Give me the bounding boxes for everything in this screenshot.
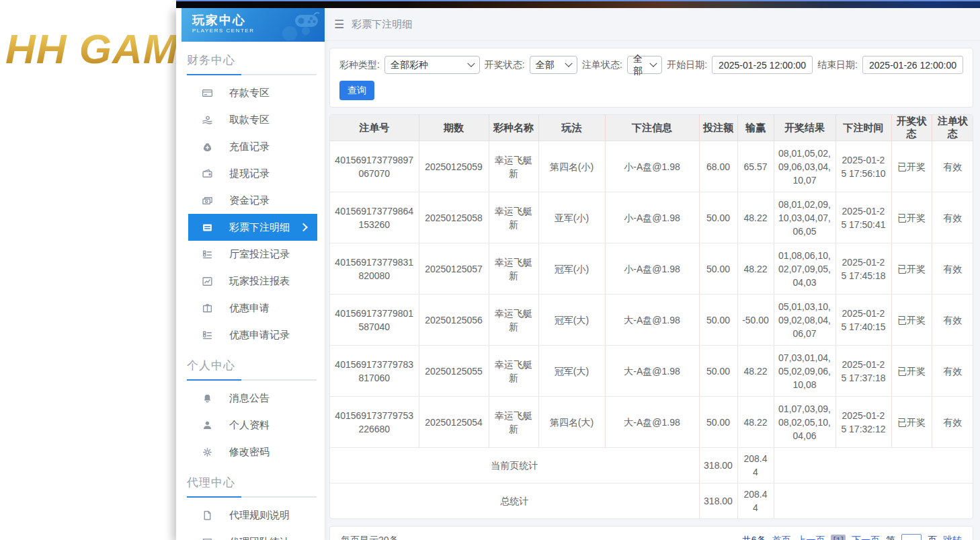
table-cell: 冠军(大) [538, 346, 605, 397]
current-page[interactable]: [1] [831, 535, 846, 540]
order-status-label: 注单状态: [582, 59, 622, 71]
table-cell: 401569173779864153260 [330, 192, 419, 243]
sidebar-item[interactable]: 消息公告 [176, 385, 325, 412]
sidebar-item-label: 充值记录 [229, 141, 270, 153]
sidebar-item[interactable]: 提现记录 [176, 160, 325, 187]
table-cell: 第四名(小) [538, 141, 605, 192]
table-cell: 有效 [932, 397, 973, 448]
table-cell: 冠军(小) [538, 243, 605, 295]
table-cell: 401569173779753226680 [330, 397, 419, 448]
summary-label: 当前页统计 [330, 448, 699, 484]
order-status-select[interactable]: 全部 [627, 56, 662, 74]
lottery-type-select[interactable]: 全部彩种 [384, 56, 480, 74]
agent-team-stats-icon [202, 537, 213, 540]
table-cell: 已开奖 [891, 243, 932, 295]
query-button[interactable]: 查询 [339, 81, 374, 100]
table-cell: 小-A盘@1.98 [605, 141, 699, 192]
sidebar-item-label: 消息公告 [229, 392, 270, 405]
table-cell: 小-A盘@1.98 [605, 192, 699, 243]
sidebar-item-label: 厅室投注记录 [229, 248, 290, 261]
table-cell: 冠军(大) [538, 295, 605, 346]
withdrawal-record-icon [202, 168, 213, 180]
start-date-label: 开始日期: [667, 59, 707, 71]
table-cell: 50.00 [699, 397, 737, 448]
sidebar-item-label: 修改密码 [229, 446, 270, 459]
pager: 共6条 首页 上一页 [1] 下一页 第 页 跳转 [742, 534, 962, 540]
table-row: 40156917377983182008020250125057幸运飞艇新冠军(… [330, 243, 973, 295]
lottery-type-value: 全部彩种 [391, 59, 428, 71]
sidebar-item[interactable]: 优惠申请记录 [176, 321, 325, 348]
table-cell: 第四名(大) [538, 397, 605, 448]
title-bar: ☰ 彩票下注明细 [325, 8, 980, 41]
table-row: 40156917377975322668020250125054幸运飞艇新第四名… [330, 397, 973, 448]
table-cell: 大-A盘@1.98 [605, 397, 699, 448]
sidebar-item[interactable]: 代理团队统计 [176, 529, 325, 540]
sidebar-item[interactable]: 取款专区 [176, 106, 325, 133]
sidebar-item-label: 优惠申请 [229, 302, 270, 315]
table-cell: 已开奖 [891, 141, 932, 192]
table-cell: 401569173779783817060 [330, 346, 419, 397]
sidebar-item[interactable]: 彩票下注明细 [188, 214, 317, 241]
section-underline [187, 496, 317, 498]
table-header-cell: 投注额 [699, 115, 737, 141]
table-cell: 2025-01-25 17:37:18 [835, 346, 891, 397]
promo-record-icon [202, 330, 213, 341]
start-date-input[interactable] [712, 56, 813, 74]
table-cell: 有效 [932, 192, 973, 243]
table-head: 注单号期数彩种名称玩法下注信息投注额输赢开奖结果下注时间开奖状态注单状态 [330, 115, 973, 141]
sidebar-item[interactable]: 玩家投注报表 [176, 268, 325, 295]
table-cell: -50.00 [737, 295, 774, 346]
sidebar-item-label: 彩票下注明细 [229, 221, 290, 234]
gamepad-icon [276, 11, 321, 40]
prev-page-link[interactable]: 上一页 [797, 535, 825, 540]
table-cell: 已开奖 [891, 346, 932, 397]
next-page-link[interactable]: 下一页 [852, 535, 880, 540]
table-cell: 大-A盘@1.98 [605, 295, 699, 346]
chevron-down-icon [467, 59, 475, 67]
sidebar-item[interactable]: 优惠申请 [176, 295, 325, 321]
menu-toggle-icon[interactable]: ☰ [334, 17, 344, 32]
table-cell: 幸运飞艇新 [489, 397, 538, 448]
summary-bet-total: 318.00 [699, 448, 737, 484]
table-header-cell: 期数 [419, 115, 489, 141]
table-cell: 20250125055 [419, 346, 489, 397]
table-cell: 01,07,03,09,08,02,05,10,04,06 [774, 397, 835, 448]
sidebar-item[interactable]: 存款专区 [176, 79, 325, 106]
recharge-record-icon [202, 141, 213, 153]
sidebar-item[interactable]: 资金记录 [176, 187, 325, 214]
sidebar-nav: 财务中心存款专区取款专区充值记录提现记录资金记录彩票下注明细厅室投注记录玩家投注… [176, 42, 325, 540]
sidebar-item[interactable]: 代理规则说明 [176, 502, 325, 529]
first-page-link[interactable]: 首页 [772, 535, 790, 540]
sidebar-item[interactable]: 修改密码 [176, 438, 325, 465]
jump-link[interactable]: 跳转 [943, 535, 962, 540]
total-count: 共6条 [742, 535, 766, 540]
summary-win-loss-total: 208.44 [737, 448, 774, 484]
sidebar-item[interactable]: 个人资料 [176, 412, 325, 438]
sidebar-item[interactable]: 厅室投注记录 [176, 241, 325, 268]
table-cell: 20250125056 [419, 295, 489, 346]
end-date-input[interactable] [862, 56, 963, 74]
sidebar-item-label: 优惠申请记录 [229, 329, 290, 342]
table-header-cell: 开奖结果 [774, 115, 835, 141]
main-content: ☰ 彩票下注明细 彩种类型: 全部彩种 开奖状态: 全部 注单状态: 全部 [325, 8, 980, 540]
table-cell: 幸运飞艇新 [489, 295, 538, 346]
table-cell: 2025-01-25 17:56:10 [835, 141, 891, 192]
table-cell: 幸运飞艇新 [489, 192, 538, 243]
pagination-bar: 每页显示20条 共6条 首页 上一页 [1] 下一页 第 页 跳转 [329, 526, 973, 540]
table-row: 40156917377989706707020250125059幸运飞艇新第四名… [330, 141, 973, 192]
draw-status-select[interactable]: 全部 [530, 56, 577, 74]
table-cell: 幸运飞艇新 [489, 141, 538, 192]
sidebar-item[interactable]: 充值记录 [176, 133, 325, 160]
table-header-cell: 下注信息 [605, 115, 699, 141]
section-underline [187, 379, 317, 381]
table-cell: 20250125057 [419, 243, 489, 295]
top-gradient-bar [176, 0, 980, 8]
section-label: 个人中心 [176, 348, 325, 373]
table-cell: 07,03,01,04,05,02,09,06,10,08 [774, 346, 835, 397]
table-cell: 48.22 [737, 346, 774, 397]
table-cell: 48.22 [737, 243, 774, 295]
page-number-input[interactable] [901, 534, 922, 540]
profile-icon [202, 420, 213, 431]
sidebar-item-label: 玩家投注报表 [229, 275, 290, 288]
sidebar-item-label: 个人资料 [229, 419, 270, 432]
